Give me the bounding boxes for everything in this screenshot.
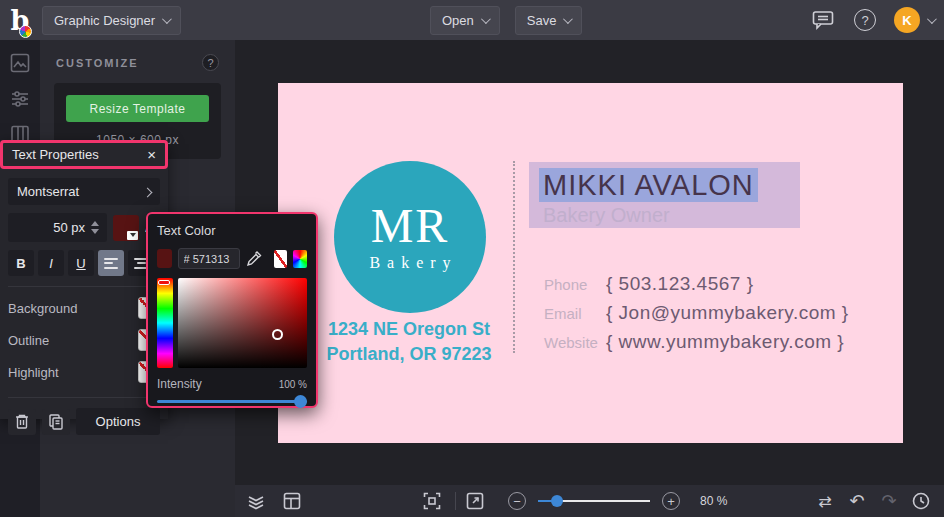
compare-toggle-icon[interactable]: ⇄	[814, 490, 836, 512]
layers-icon[interactable]	[245, 490, 267, 512]
app-menu-label: Graphic Designer	[54, 13, 155, 28]
dotted-divider	[513, 161, 515, 353]
zoom-out-button[interactable]: −	[508, 492, 526, 510]
delete-layer-button[interactable]	[8, 409, 36, 435]
contact-row-phone[interactable]: Phone { 503.123.4567 }	[544, 273, 849, 295]
graphic-designer-app: b Graphic Designer Open Save ? K	[0, 0, 944, 517]
outline-attribute-row: Outline	[8, 325, 160, 355]
contact-row-website[interactable]: Website { www.yummybakery.com }	[544, 331, 849, 353]
intensity-slider[interactable]	[157, 400, 307, 403]
color-picker-handle[interactable]	[272, 329, 283, 340]
divider	[8, 286, 160, 287]
hue-slider[interactable]	[157, 278, 173, 368]
selected-name-text[interactable]: MIKKI AVALON	[539, 168, 758, 202]
chevron-down-icon	[162, 14, 172, 24]
job-title-text[interactable]: Bakery Owner	[539, 204, 790, 227]
align-left-icon	[104, 258, 118, 269]
text-color-swatch[interactable]	[113, 215, 139, 241]
zoom-percentage: 80 %	[700, 494, 727, 508]
close-icon[interactable]: ×	[147, 146, 156, 163]
help-icon[interactable]: ?	[854, 9, 876, 31]
chevron-down-icon	[927, 14, 937, 24]
background-attribute-row: Background	[8, 293, 160, 323]
size-decrease-icon[interactable]	[91, 229, 99, 234]
italic-button[interactable]: I	[38, 250, 64, 276]
toolbar-divider	[455, 492, 456, 510]
customize-title: CUSTOMIZE	[56, 57, 139, 69]
size-increase-icon[interactable]	[91, 221, 99, 226]
color-wheel-icon[interactable]	[293, 250, 307, 268]
save-button[interactable]: Save	[515, 6, 583, 35]
resize-template-button[interactable]: Resize Template	[66, 95, 209, 122]
redo-button[interactable]: ↷	[878, 490, 900, 512]
options-button[interactable]: Options	[76, 408, 160, 435]
popup-title: Text Color	[157, 223, 307, 238]
text-properties-header: Text Properties ×	[0, 140, 168, 169]
chevron-down-icon	[563, 14, 573, 24]
logo-initials: MR	[371, 202, 450, 250]
bakery-logo[interactable]: MR Bakery	[334, 161, 486, 313]
eyedropper-icon[interactable]	[246, 250, 262, 268]
address-text[interactable]: 1234 NE Oregon St Portland, OR 97223	[294, 317, 524, 367]
highlight-attribute-row: Highlight	[8, 357, 160, 387]
hex-color-input[interactable]	[178, 248, 240, 269]
divider	[8, 397, 160, 398]
app-menu-button[interactable]: Graphic Designer	[42, 6, 181, 35]
chevron-right-icon	[143, 188, 153, 198]
bold-button[interactable]: B	[8, 250, 34, 276]
underline-button[interactable]: U	[68, 250, 94, 276]
feedback-chat-icon[interactable]	[810, 7, 836, 33]
avatar: K	[894, 7, 920, 33]
bottom-toolbar: − + 80 % ⇄ ↶ ↷	[235, 485, 944, 517]
panel-title: Text Properties	[12, 147, 99, 162]
text-color-popup: Text Color Intensity 100 %	[146, 212, 318, 408]
layout-manager-icon[interactable]	[281, 490, 303, 512]
contact-row-email[interactable]: Email { Jon@yummybakery.com }	[544, 302, 849, 324]
zoom-slider-handle[interactable]	[551, 495, 563, 507]
chevron-down-icon	[481, 14, 491, 24]
fullscreen-preview-icon[interactable]	[464, 490, 486, 512]
customize-help-icon[interactable]: ?	[202, 54, 219, 71]
history-icon[interactable]	[910, 490, 932, 512]
edit-settings-icon[interactable]	[9, 88, 31, 110]
swatch-dropdown-icon	[127, 231, 138, 240]
intensity-value: 100 %	[279, 379, 307, 390]
current-color-swatch[interactable]	[157, 249, 172, 268]
canvas-workspace[interactable]: MR Bakery 1234 NE Oregon St Portland, OR…	[235, 40, 944, 485]
undo-button[interactable]: ↶	[846, 490, 868, 512]
intensity-label: Intensity	[157, 377, 202, 391]
saturation-value-picker[interactable]	[178, 278, 307, 368]
zoom-slider[interactable]	[538, 500, 650, 502]
top-bar: b Graphic Designer Open Save ? K	[0, 0, 944, 40]
contact-info-block[interactable]: Phone { 503.123.4567 } Email { Jon@yummy…	[544, 273, 849, 353]
logo-word: Bakery	[362, 254, 457, 272]
font-family-dropdown[interactable]: Montserrat	[8, 178, 160, 205]
fit-to-screen-icon[interactable]	[421, 490, 443, 512]
font-size-input[interactable]: 50 px	[8, 213, 107, 242]
intensity-slider-handle[interactable]	[294, 395, 307, 408]
hue-slider-handle[interactable]	[158, 280, 170, 285]
open-button[interactable]: Open	[430, 6, 500, 35]
name-text-box-selected[interactable]: MIKKI AVALON Bakery Owner	[529, 162, 800, 228]
align-left-button[interactable]	[98, 250, 124, 276]
text-properties-panel: Text Properties × Montserrat 50 px A B I	[0, 140, 168, 419]
business-card-canvas[interactable]: MR Bakery 1234 NE Oregon St Portland, OR…	[278, 83, 903, 443]
befunky-logo-icon[interactable]: b	[0, 7, 40, 34]
duplicate-layer-button[interactable]	[42, 409, 70, 435]
account-menu[interactable]: K	[894, 7, 934, 33]
no-color-icon[interactable]	[274, 250, 288, 268]
zoom-in-button[interactable]: +	[662, 492, 680, 510]
image-manager-icon[interactable]	[9, 52, 31, 74]
